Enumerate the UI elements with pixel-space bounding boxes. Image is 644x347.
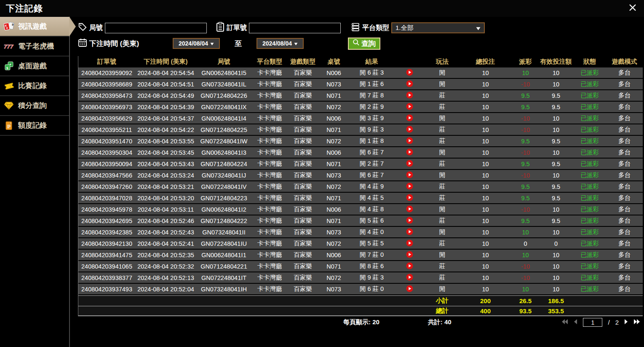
chevron-down-icon [294, 40, 298, 47]
cell-replay [394, 181, 425, 192]
order-number-input[interactable] [249, 23, 341, 33]
replay-button[interactable] [406, 103, 413, 111]
close-button[interactable] [629, 4, 636, 13]
chevron-down-icon [476, 24, 481, 32]
cell-bet-time: 2024-08-04 20:54:37 [135, 113, 196, 124]
replay-button[interactable] [406, 160, 413, 168]
cell-mode: 多台 [607, 261, 642, 272]
replay-button[interactable] [406, 262, 413, 271]
cell-play: 莊 [425, 215, 459, 226]
sidebar-item-6[interactable]: 額度記錄 [0, 116, 69, 136]
platform-type-select[interactable]: 1.全部 [391, 22, 485, 33]
cell-game-type: 百家樂 [288, 124, 318, 135]
date-from-dropdown[interactable]: 2024/08/04 [173, 38, 220, 49]
replay-button[interactable] [406, 228, 413, 237]
replay-button[interactable] [406, 114, 413, 123]
cell-total-bet: 10 [459, 159, 512, 169]
sidebar: 9K♥視訊遊戲777電子老虎機$桌面遊戲比賽記錄積分查詢額度記錄 [0, 17, 70, 347]
cell-bet-time: 2024-08-04 20:52:43 [135, 227, 196, 237]
cell-status: 已派彩 [573, 67, 607, 78]
cell-platform: 卡卡灣廳 [251, 272, 288, 283]
cell-round-id: GN006248041I3 [196, 147, 251, 158]
cell-payout: 9.5 [512, 159, 539, 169]
replay-button[interactable] [406, 217, 413, 225]
replay-button[interactable] [406, 274, 413, 282]
cell-round-id: GN07124804221 [196, 261, 251, 272]
replay-button[interactable] [406, 183, 413, 191]
cell-total-bet: 10 [459, 102, 512, 112]
grand-total-label: 總計 [425, 307, 459, 315]
cell-status: 已派彩 [573, 272, 607, 283]
replay-button[interactable] [406, 171, 413, 180]
replay-button[interactable] [406, 239, 413, 248]
cell-round-id: GN07124804222 [196, 215, 251, 226]
cell-bet-time: 2024-08-04 20:53:20 [135, 193, 196, 203]
cell-platform: 卡卡灣廳 [251, 204, 288, 215]
replay-button[interactable] [406, 148, 413, 157]
cell-mode: 多台 [607, 284, 642, 294]
cell-mode: 多台 [607, 67, 642, 78]
cell-play: 莊 [425, 90, 459, 101]
cell-replay [394, 250, 425, 260]
cell-payout: 9.5 [512, 193, 539, 203]
current-page-input[interactable] [583, 318, 602, 327]
platform-type-icon [351, 22, 360, 33]
cell-valid-bet: 10 [539, 272, 573, 283]
sidebar-item-4[interactable]: 比賽記錄 [0, 76, 69, 96]
first-page-button[interactable] [561, 319, 568, 326]
search-button[interactable]: 查詢 [348, 38, 380, 50]
replay-button[interactable] [406, 126, 413, 134]
cell-bet-time: 2024-08-04 20:52:04 [135, 284, 196, 294]
replay-play-icon [406, 80, 413, 89]
prev-page-button[interactable] [574, 319, 577, 326]
sidebar-item-1[interactable]: 9K♥視訊遊戲 [0, 17, 69, 37]
sidebar-item-2[interactable]: 777電子老虎機 [0, 37, 69, 56]
last-page-button[interactable] [633, 319, 640, 326]
cell-platform: 卡卡灣廳 [251, 170, 288, 180]
replay-button[interactable] [406, 69, 413, 77]
replay-button[interactable] [406, 80, 413, 89]
sidebar-item-label: 桌面遊戲 [18, 61, 47, 71]
column-header-1: 訂單號 [78, 56, 135, 67]
date-to-dropdown[interactable]: 2024/08/04 [257, 38, 304, 49]
cell-game-type: 百家樂 [288, 204, 318, 215]
replay-button[interactable] [406, 91, 413, 100]
cell-result: 閒 4 莊 9 [350, 181, 394, 192]
replay-button[interactable] [406, 251, 413, 259]
cell-play: 莊 [425, 159, 459, 169]
replay-button[interactable] [406, 205, 413, 214]
replay-button[interactable] [406, 285, 413, 293]
cell-result: 閒 5 莊 6 [350, 215, 394, 226]
cell-order-id: 240804203947260 [78, 181, 135, 192]
replay-button[interactable] [406, 194, 413, 202]
cell-mode: 多台 [607, 170, 642, 180]
cell-payout: 10 [512, 284, 539, 294]
cell-bet-time: 2024-08-04 20:54:49 [135, 90, 196, 101]
table-row: 2408042039459782024-08-04 20:53:11GN0062… [78, 204, 643, 215]
cell-valid-bet: 10 [539, 147, 573, 158]
cell-payout: 9.5 [512, 102, 539, 112]
column-header-8 [394, 56, 425, 67]
cell-platform: 卡卡灣廳 [251, 227, 288, 237]
replay-button[interactable] [406, 137, 413, 145]
cell-result: 閒 6 莊 7 [350, 170, 394, 180]
subtotal-payout: 26.5 [512, 296, 539, 306]
cell-bet-time: 2024-08-04 20:53:45 [135, 147, 196, 158]
cell-mode: 多台 [607, 102, 642, 112]
replay-play-icon [406, 69, 413, 77]
cell-mode: 多台 [607, 204, 642, 215]
cell-game-type: 百家樂 [288, 136, 318, 146]
cell-bet-time: 2024-08-04 20:52:41 [135, 238, 196, 249]
document-icon [3, 121, 14, 130]
sidebar-item-3[interactable]: $桌面遊戲 [0, 56, 69, 76]
cell-total-bet: 10 [459, 147, 512, 158]
next-page-button[interactable] [624, 319, 628, 326]
replay-play-icon [406, 183, 413, 191]
round-number-input[interactable] [105, 23, 207, 33]
cell-replay [394, 284, 425, 294]
chevron-down-icon [210, 40, 214, 47]
sidebar-item-5[interactable]: 積分查詢 [0, 96, 69, 116]
cell-status: 已派彩 [573, 238, 607, 249]
cell-result: 閒 4 莊 8 [350, 204, 394, 215]
table-row: 2408042039383772024-08-04 20:52:13GN0722… [78, 272, 643, 284]
